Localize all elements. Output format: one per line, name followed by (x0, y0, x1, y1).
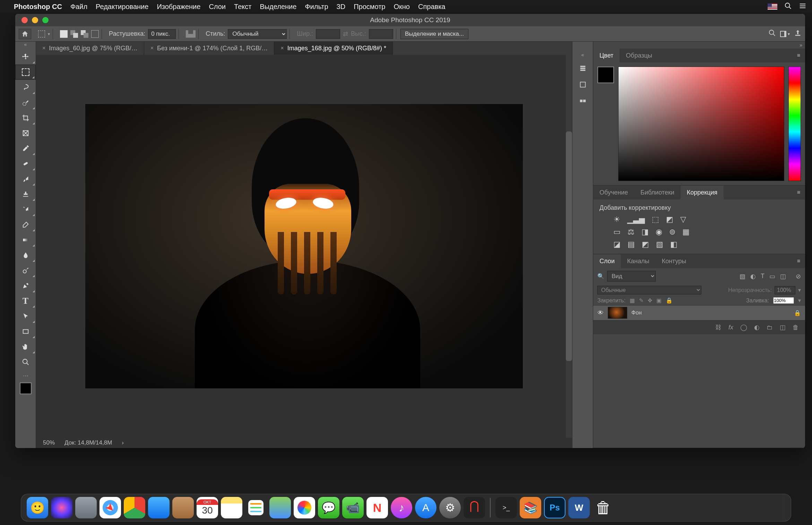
color-swatch[interactable] (597, 67, 614, 83)
panel-tab-color[interactable]: Цвет (593, 49, 620, 62)
filter-type-icon[interactable]: T (761, 273, 765, 280)
tool-crop[interactable] (15, 110, 36, 126)
panel-expand-icon[interactable]: « (581, 52, 584, 58)
dock-app-safari[interactable]: ➤ (100, 497, 121, 518)
adj-curves-icon[interactable]: ⬚ (652, 215, 659, 224)
dock-app-itunes[interactable]: ♪ (391, 497, 412, 518)
panel-menu-icon[interactable]: ≡ (792, 49, 805, 62)
menu-layers[interactable]: Слои (209, 3, 226, 11)
new-layer-icon[interactable]: ◫ (780, 324, 786, 331)
color-field[interactable] (618, 67, 784, 181)
search-icon[interactable] (768, 29, 776, 38)
panel-tab-layers[interactable]: Слои (593, 254, 621, 268)
spotlight-icon[interactable] (784, 2, 792, 11)
lock-artboard-icon[interactable]: ▣ (656, 297, 662, 304)
selection-subtract-icon[interactable] (81, 30, 88, 38)
layer-mask-icon[interactable]: ◯ (740, 324, 747, 331)
menu-text[interactable]: Текст (234, 3, 251, 11)
dock-app-launchpad[interactable] (75, 497, 97, 518)
filter-shape-icon[interactable]: ▭ (769, 273, 775, 280)
doc-size[interactable]: Док: 14,8M/14,8M (64, 439, 112, 446)
vertical-scrollbar[interactable] (566, 55, 572, 438)
adj-threshold-icon[interactable]: ◩ (642, 240, 649, 249)
tool-type[interactable]: T (15, 293, 36, 309)
dock-app-news[interactable]: N (366, 497, 388, 518)
layer-thumbnail[interactable] (608, 307, 627, 319)
adj-gradient-map-icon[interactable]: ▧ (656, 240, 663, 249)
layer-name[interactable]: Фон (631, 310, 642, 316)
dock-app-messages[interactable]: 💬 (318, 497, 339, 518)
panel-tab-channels[interactable]: Каналы (621, 254, 656, 268)
blend-mode-select[interactable]: Обычные (597, 286, 701, 294)
dock-app-facetime[interactable]: 📹 (342, 497, 364, 518)
doc-tab-1[interactable]: ×Без имени-1 @ 174% (Слой 1, RGB/… (144, 42, 275, 55)
filter-adjust-icon[interactable]: ◐ (750, 273, 756, 280)
tool-dodge[interactable] (15, 263, 36, 278)
dock-app-appstore[interactable]: A (415, 497, 437, 518)
adj-selective-icon[interactable]: ◧ (670, 240, 677, 249)
dock-app-siri[interactable] (51, 497, 72, 518)
filter-smart-icon[interactable]: ◫ (780, 273, 786, 280)
tool-brush[interactable] (15, 171, 36, 187)
history-panel-icon[interactable] (579, 64, 587, 74)
tool-gradient[interactable] (15, 232, 36, 248)
tool-rectangle[interactable] (15, 324, 36, 339)
adj-vibrance-icon[interactable]: ▽ (680, 215, 686, 224)
panel-menu-icon[interactable]: ≡ (792, 186, 805, 199)
share-icon[interactable] (794, 29, 802, 38)
tool-zoom[interactable] (15, 354, 36, 370)
canvas[interactable] (85, 104, 523, 388)
dock-app-finder[interactable]: 🙂 (27, 497, 48, 518)
doc-tab-0[interactable]: ×Images_60.jpg @ 75% (RGB/… (36, 42, 144, 55)
adj-levels-icon[interactable]: ▁▃▅ (627, 215, 645, 224)
menu-image[interactable]: Изображение (157, 3, 200, 11)
tool-eraser[interactable] (15, 217, 36, 232)
tab-close-icon[interactable]: × (280, 45, 284, 51)
lock-position-icon[interactable]: ✥ (648, 297, 652, 304)
adj-bw-icon[interactable]: ◨ (641, 227, 649, 236)
dock-app-mail[interactable] (148, 497, 170, 518)
macos-menubar[interactable]: Photoshop CC Файл Редактирование Изображ… (0, 0, 812, 13)
adj-balance-icon[interactable]: ⚖ (628, 227, 634, 236)
menu-file[interactable]: Файл (70, 3, 87, 11)
layer-group-icon[interactable]: 🗀 (767, 324, 773, 331)
tool-lasso[interactable] (15, 80, 36, 95)
tab-close-icon[interactable]: × (42, 45, 45, 51)
tool-path-select[interactable] (15, 309, 36, 324)
lock-paint-icon[interactable]: ✎ (639, 297, 643, 304)
workspace-icon[interactable]: ▾ (780, 31, 790, 37)
tab-close-icon[interactable]: × (150, 45, 154, 51)
selection-add-icon[interactable] (70, 30, 78, 38)
dock-app-trash[interactable]: 🗑 (593, 497, 614, 518)
tool-hand[interactable] (15, 339, 36, 354)
chevron-down-icon[interactable]: ▾ (48, 32, 50, 36)
selection-new-icon[interactable] (60, 30, 68, 38)
dock-app-maps[interactable] (269, 497, 291, 518)
dock-app-calendar[interactable]: OKT30 (197, 497, 218, 518)
select-and-mask-button[interactable]: Выделение и маска... (400, 29, 468, 39)
dock-app-books[interactable]: 📚 (520, 497, 541, 518)
layer-row[interactable]: 👁 Фон 🔒 (593, 305, 805, 320)
dock-app-photos[interactable] (294, 497, 315, 518)
panel-tab-learn[interactable]: Обучение (593, 186, 634, 199)
dock-app-magnet[interactable]: ⋃ (464, 497, 485, 518)
dock-app-terminal[interactable]: >_ (495, 497, 517, 518)
adj-channel-mixer-icon[interactable]: ⊚ (669, 227, 675, 236)
menu-view[interactable]: Просмотр (354, 3, 385, 11)
menu-select[interactable]: Выделение (260, 3, 296, 11)
dock-app-contacts[interactable] (172, 497, 194, 518)
layer-lock-icon[interactable]: 🔒 (794, 310, 801, 316)
menu-help[interactable]: Справка (418, 3, 445, 11)
lock-transparent-icon[interactable]: ▦ (630, 297, 635, 304)
menu-edit[interactable]: Редактирование (96, 3, 148, 11)
panel-menu-icon[interactable]: ≡ (792, 254, 805, 268)
layer-visibility-icon[interactable]: 👁 (597, 309, 604, 317)
filter-toggle-icon[interactable]: ⊘ (796, 273, 801, 280)
hue-slider[interactable] (788, 67, 801, 181)
tool-quick-select[interactable] (15, 95, 36, 110)
adj-lut-icon[interactable]: ▦ (682, 227, 690, 236)
panel-tab-libraries[interactable]: Библиотеки (634, 186, 681, 199)
titlebar[interactable]: Adobe Photoshop CC 2019 (15, 14, 805, 26)
style-select[interactable]: Обычный (228, 29, 287, 39)
tool-frame[interactable] (15, 126, 36, 141)
